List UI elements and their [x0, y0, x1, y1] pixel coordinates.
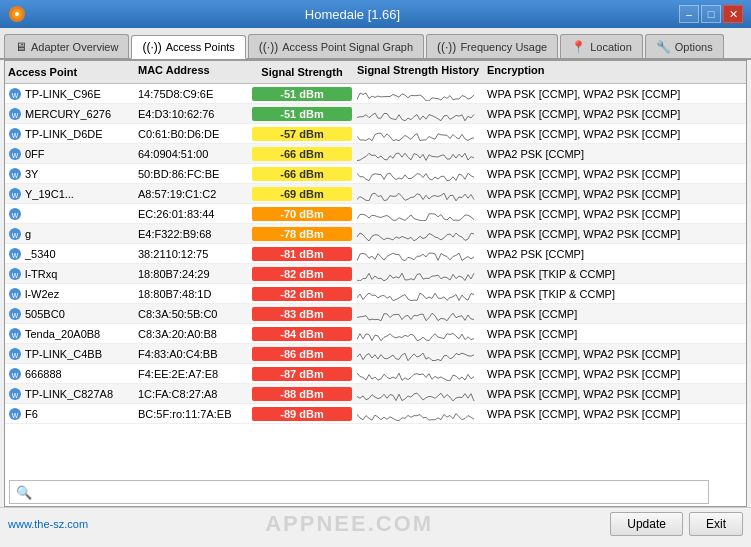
cell-signal: -78 dBm — [252, 227, 352, 241]
tab-signal-graph[interactable]: ((·)) Access Point Signal Graph — [248, 34, 424, 58]
header-sig: Signal Strength — [252, 65, 352, 79]
cell-enc: WPA2 PSK [CCMP] — [484, 248, 746, 260]
tab-location[interactable]: 📍 Location — [560, 34, 643, 58]
table-row[interactable]: w0FF64:0904:51:00-66 dBmWPA2 PSK [CCMP] — [5, 144, 746, 164]
minimize-button[interactable]: – — [679, 5, 699, 23]
cell-ap: wTenda_20A0B8 — [5, 327, 135, 341]
cell-history — [354, 85, 484, 103]
cell-mac: C0:61:B0:D6:DE — [135, 128, 250, 140]
app-icon — [8, 5, 26, 23]
cell-signal: -89 dBm — [252, 407, 352, 421]
wifi-icon: w — [8, 307, 22, 321]
cell-mac: C8:3A:20:A0:B8 — [135, 328, 250, 340]
cell-mac: F4:EE:2E:A7:E8 — [135, 368, 250, 380]
options-icon: 🔧 — [656, 40, 671, 54]
cell-history — [354, 345, 484, 363]
cell-signal: -86 dBm — [252, 347, 352, 361]
table-row[interactable]: wY_19C1...A8:57:19:C1:C2-69 dBmWPA PSK [… — [5, 184, 746, 204]
footer: www.the-sz.com APPNEE.COM Update Exit — [0, 507, 751, 539]
table-row[interactable]: w505BC0C8:3A:50:5B:C0-83 dBmWPA PSK [CCM… — [5, 304, 746, 324]
wifi-icon: w — [8, 347, 22, 361]
cell-ap: wTP-LINK_C4BB — [5, 347, 135, 361]
table-row[interactable]: wMERCURY_6276E4:D3:10:62:76-51 dBmWPA PS… — [5, 104, 746, 124]
cell-signal: -82 dBm — [252, 287, 352, 301]
wifi-icon: w — [8, 387, 22, 401]
table-row[interactable]: wEC:26:01:83:44-70 dBmWPA PSK [CCMP], WP… — [5, 204, 746, 224]
cell-history — [354, 405, 484, 423]
cell-ap: wTP-LINK_C96E — [5, 87, 135, 101]
svg-text:w: w — [11, 410, 19, 420]
cell-mac: BC:5F:ro:11:7A:EB — [135, 408, 250, 420]
table-row[interactable]: w666888F4:EE:2E:A7:E8-87 dBmWPA PSK [CCM… — [5, 364, 746, 384]
cell-ap: w0FF — [5, 147, 135, 161]
table-row[interactable]: wTenda_20A0B8C8:3A:20:A0:B8-84 dBmWPA PS… — [5, 324, 746, 344]
cell-history — [354, 385, 484, 403]
wifi-icon: w — [8, 227, 22, 241]
svg-point-2 — [15, 12, 19, 16]
header-hist: Signal Strength History — [354, 64, 484, 80]
cell-signal: -66 dBm — [252, 147, 352, 161]
close-button[interactable]: ✕ — [723, 5, 743, 23]
wifi-icon: w — [8, 207, 22, 221]
table-row[interactable]: wl-TRxq18:80B7:24:29-82 dBmWPA PSK [TKIP… — [5, 264, 746, 284]
svg-text:w: w — [11, 90, 19, 100]
exit-button[interactable]: Exit — [689, 512, 743, 536]
cell-enc: WPA PSK [TKIP & CCMP] — [484, 288, 746, 300]
tab-access-points[interactable]: ((·)) Access Points — [131, 35, 245, 59]
svg-text:w: w — [11, 390, 19, 400]
cell-enc: WPA PSK [CCMP] — [484, 308, 746, 320]
table-row[interactable]: w_534038:2110:12:75-81 dBmWPA2 PSK [CCMP… — [5, 244, 746, 264]
footer-buttons: Update Exit — [610, 512, 743, 536]
cell-enc: WPA PSK [CCMP], WPA2 PSK [CCMP] — [484, 228, 746, 240]
svg-text:w: w — [11, 310, 19, 320]
cell-ap: w505BC0 — [5, 307, 135, 321]
svg-text:w: w — [11, 150, 19, 160]
svg-text:w: w — [11, 130, 19, 140]
tab-options[interactable]: 🔧 Options — [645, 34, 724, 58]
frequency-icon: ((·)) — [437, 40, 456, 54]
header-ap: Access Point — [5, 64, 135, 80]
title-bar: Homedale [1.66] – □ ✕ — [0, 0, 751, 28]
search-input[interactable] — [36, 486, 702, 498]
table-row[interactable]: wTP-LINK_C4BBF4:83:A0:C4:BB-86 dBmWPA PS… — [5, 344, 746, 364]
cell-history — [354, 325, 484, 343]
cell-mac: 14:75D8:C9:6E — [135, 88, 250, 100]
window-title: Homedale [1.66] — [26, 7, 679, 22]
table-row[interactable]: w3Y50:BD:86:FC:BE-66 dBmWPA PSK [CCMP], … — [5, 164, 746, 184]
svg-text:w: w — [11, 190, 19, 200]
cell-mac: F4:83:A0:C4:BB — [135, 348, 250, 360]
location-icon: 📍 — [571, 40, 586, 54]
cell-signal: -66 dBm — [252, 167, 352, 181]
tab-adapter[interactable]: 🖥 Adapter Overview — [4, 34, 129, 58]
table-row[interactable]: wgE4:F322:B9:68-78 dBmWPA PSK [CCMP], WP… — [5, 224, 746, 244]
table-row[interactable]: wTP-LINK_D6DEC0:61:B0:D6:DE-57 dBmWPA PS… — [5, 124, 746, 144]
table-row[interactable]: wF6BC:5F:ro:11:7A:EB-89 dBmWPA PSK [CCMP… — [5, 404, 746, 424]
tab-frequency[interactable]: ((·)) Frequency Usage — [426, 34, 558, 58]
cell-ap: wTP-LINK_C827A8 — [5, 387, 135, 401]
maximize-button[interactable]: □ — [701, 5, 721, 23]
cell-ap: w666888 — [5, 367, 135, 381]
wifi-icon: w — [8, 147, 22, 161]
cell-signal: -83 dBm — [252, 307, 352, 321]
cell-ap: wMERCURY_6276 — [5, 107, 135, 121]
cell-ap: wl-TRxq — [5, 267, 135, 281]
cell-history — [354, 285, 484, 303]
cell-signal: -87 dBm — [252, 367, 352, 381]
footer-link[interactable]: www.the-sz.com — [8, 518, 88, 530]
cell-enc: WPA PSK [CCMP], WPA2 PSK [CCMP] — [484, 88, 746, 100]
cell-history — [354, 305, 484, 323]
tab-frequency-label: Frequency Usage — [460, 41, 547, 53]
table-row[interactable]: wTP-LINK_C96E14:75D8:C9:6E-51 dBmWPA PSK… — [5, 84, 746, 104]
cell-signal: -57 dBm — [252, 127, 352, 141]
update-button[interactable]: Update — [610, 512, 683, 536]
cell-signal: -69 dBm — [252, 187, 352, 201]
table-row[interactable]: wl-W2ez18:80B7:48:1D-82 dBmWPA PSK [TKIP… — [5, 284, 746, 304]
tab-options-label: Options — [675, 41, 713, 53]
svg-text:w: w — [11, 370, 19, 380]
wifi-icon: w — [8, 87, 22, 101]
cell-mac: 1C:FA:C8:27:A8 — [135, 388, 250, 400]
table-row[interactable]: wTP-LINK_C827A81C:FA:C8:27:A8-88 dBmWPA … — [5, 384, 746, 404]
cell-enc: WPA PSK [CCMP], WPA2 PSK [CCMP] — [484, 168, 746, 180]
cell-mac: 50:BD:86:FC:BE — [135, 168, 250, 180]
cell-mac: 38:2110:12:75 — [135, 248, 250, 260]
